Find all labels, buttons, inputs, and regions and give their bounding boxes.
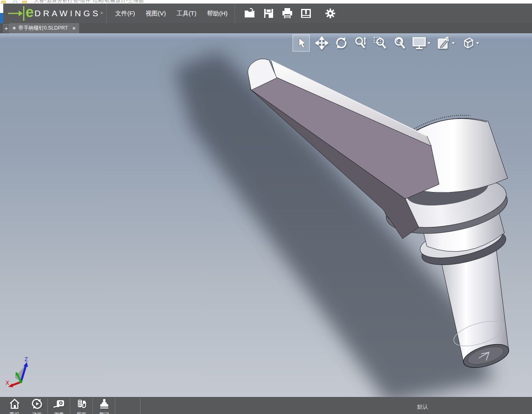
orientation-triad: Z X (6, 356, 35, 388)
menubar: e DRAWINGS ® 文件(F) 视图(V) 工具(T) 帮助(H) (3, 4, 532, 23)
menubar-separator (235, 4, 235, 23)
menu-view[interactable]: 视图(V) (140, 6, 171, 21)
publish-icon (300, 8, 312, 19)
print-icon (281, 8, 293, 19)
home-reset-icon (9, 399, 20, 409)
publish-button[interactable] (297, 4, 315, 22)
reset-button[interactable]: 重设 (3, 397, 26, 414)
zoom-area-icon (373, 37, 387, 50)
3d-model-clamping-lever[interactable] (0, 33, 532, 397)
configuration-name: 默认 (417, 403, 428, 411)
zoom-fit-tool-button[interactable] (390, 34, 409, 52)
open-file-button[interactable] (241, 4, 259, 22)
markup-dropdown-caret[interactable] (452, 42, 455, 44)
menu-list: 文件(F) 视图(V) 工具(T) 帮助(H) (110, 6, 233, 21)
left-edge-selection-strip (0, 13, 3, 24)
options-gear-icon (325, 8, 336, 19)
select-arrow-icon (296, 37, 306, 49)
views-dropdown-caret[interactable] (476, 42, 479, 44)
section-icon (76, 399, 87, 409)
save-button[interactable] (259, 4, 278, 22)
animate-button[interactable]: 动画 (26, 397, 48, 414)
measure-icon (53, 399, 65, 409)
menu-tools[interactable]: 工具(T) (171, 6, 202, 21)
tab-filename: 带手柄螺钉0.SLDPRT (18, 25, 68, 32)
document-icon (13, 1, 17, 4)
folder-icon (1, 1, 6, 4)
pan-icon (315, 37, 328, 50)
fullscreen-button[interactable] (409, 34, 429, 52)
view-toolbar (293, 34, 482, 52)
add-tab-button[interactable]: + (3, 24, 9, 32)
stamp-button[interactable]: 戳记 (93, 397, 115, 414)
3d-viewport[interactable]: Z X (0, 33, 532, 397)
triad-z-label: Z (24, 356, 28, 362)
stamp-label: 戳记 (93, 411, 115, 414)
background-window-title: 大赛-划算分析打包-组件 结构/机械设计-三维图 (34, 0, 144, 4)
bottom-toolbar-separator (140, 398, 140, 414)
zoom-fit-icon (393, 37, 406, 50)
logo-e: e (26, 6, 34, 18)
animate-label: 动画 (26, 411, 48, 414)
animate-icon (31, 399, 43, 409)
tab-close-icon[interactable]: × (71, 25, 77, 31)
document-tab[interactable]: 带手柄螺钉0.SLDPRT × (9, 23, 79, 33)
reset-label: 重设 (3, 411, 26, 414)
zoom-area-tool-button[interactable] (370, 34, 390, 52)
zoom-tool-button[interactable] (351, 34, 370, 52)
left-edge-strip (0, 4, 3, 13)
stamp-icon (99, 399, 110, 409)
section-label: 截面 (70, 411, 93, 414)
menubar-separator (106, 4, 107, 23)
zoom-icon (354, 37, 368, 50)
rotate-tool-button[interactable] (332, 34, 351, 52)
triad-x-label: X (6, 380, 9, 386)
open-file-icon (244, 8, 256, 19)
pan-tool-button[interactable] (312, 34, 332, 52)
measure-button[interactable]: 测量 (48, 397, 70, 414)
options-button[interactable] (321, 4, 340, 22)
save-icon (263, 8, 274, 19)
view-orientation-cube-icon (461, 37, 474, 50)
fullscreen-monitor-icon (412, 37, 426, 49)
tabbar: + 带手柄螺钉0.SLDPRT × (0, 23, 532, 33)
rotate-icon (335, 37, 348, 50)
measure-label: 测量 (48, 411, 70, 414)
part-file-icon (12, 25, 16, 31)
menu-file[interactable]: 文件(F) (110, 6, 140, 21)
folder-icon (22, 1, 27, 4)
fullscreen-dropdown-caret[interactable] (427, 42, 431, 44)
edrawings-logo: e DRAWINGS ® (3, 4, 103, 23)
logo-name: DRAWINGS (34, 9, 101, 18)
edrawings-arrow-icon (7, 5, 25, 22)
print-button[interactable] (278, 4, 297, 22)
markup-icon (437, 37, 450, 50)
view-orientation-button[interactable] (458, 34, 478, 52)
menu-help[interactable]: 帮助(H) (202, 6, 233, 21)
background-window-sliver: 大赛-划算分析打包-组件 结构/机械设计-三维图 (0, 0, 532, 4)
select-tool-button[interactable] (293, 34, 310, 52)
logo-registered-mark: ® (101, 11, 103, 15)
bottom-toolbar: 重设 动画 测量 (0, 397, 532, 414)
markup-button[interactable] (434, 34, 453, 52)
section-button[interactable]: 截面 (70, 397, 93, 414)
